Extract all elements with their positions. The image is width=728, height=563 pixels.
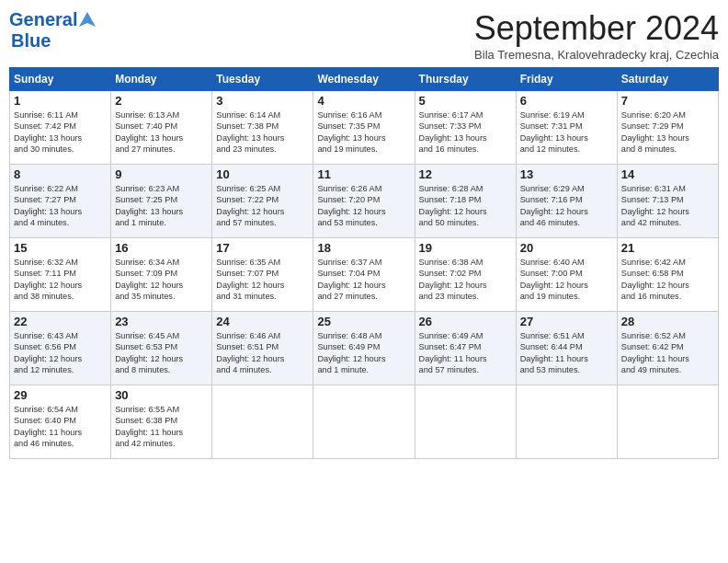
cell-info: Sunrise: 6:46 AMSunset: 6:51 PMDaylight:… (216, 330, 309, 376)
cell-info: Sunrise: 6:26 AMSunset: 7:20 PMDaylight:… (317, 183, 410, 229)
title-block: September 2024 Bila Tremesna, Kralovehra… (474, 9, 719, 62)
day-number: 27 (520, 315, 613, 328)
calendar-cell: 25Sunrise: 6:48 AMSunset: 6:49 PMDayligh… (313, 312, 415, 385)
day-number: 7 (621, 94, 714, 108)
calendar-cell: 12Sunrise: 6:28 AMSunset: 7:18 PMDayligh… (415, 165, 516, 238)
day-number: 30 (115, 388, 208, 402)
calendar-week-3: 15Sunrise: 6:32 AMSunset: 7:11 PMDayligh… (10, 238, 719, 312)
logo-general: General (9, 9, 77, 30)
calendar-cell: 13Sunrise: 6:29 AMSunset: 7:16 PMDayligh… (516, 165, 617, 238)
day-number: 3 (216, 94, 309, 108)
logo-blue: Blue (11, 30, 51, 51)
cell-info: Sunrise: 6:22 AMSunset: 7:27 PMDaylight:… (14, 183, 107, 229)
calendar-week-1: 1Sunrise: 6:11 AMSunset: 7:42 PMDaylight… (10, 91, 719, 165)
calendar-cell (617, 385, 718, 459)
cell-info: Sunrise: 6:32 AMSunset: 7:11 PMDaylight:… (14, 257, 107, 303)
day-number: 5 (419, 94, 512, 108)
page-header: General Blue September 2024 Bila Tremesn… (9, 9, 719, 62)
weekday-header-tuesday: Tuesday (212, 68, 313, 91)
day-number: 2 (115, 94, 208, 108)
day-number: 19 (419, 241, 512, 255)
calendar-cell: 19Sunrise: 6:38 AMSunset: 7:02 PMDayligh… (415, 238, 516, 312)
calendar-cell: 14Sunrise: 6:31 AMSunset: 7:13 PMDayligh… (617, 165, 718, 238)
calendar-header: SundayMondayTuesdayWednesdayThursdayFrid… (10, 68, 719, 91)
cell-info: Sunrise: 6:17 AMSunset: 7:33 PMDaylight:… (419, 109, 512, 155)
calendar-cell (516, 385, 617, 459)
calendar-table: SundayMondayTuesdayWednesdayThursdayFrid… (9, 67, 719, 459)
cell-info: Sunrise: 6:16 AMSunset: 7:35 PMDaylight:… (317, 109, 410, 155)
cell-info: Sunrise: 6:19 AMSunset: 7:31 PMDaylight:… (520, 109, 613, 155)
day-number: 4 (317, 94, 410, 108)
cell-info: Sunrise: 6:23 AMSunset: 7:25 PMDaylight:… (115, 183, 208, 229)
cell-info: Sunrise: 6:14 AMSunset: 7:38 PMDaylight:… (216, 109, 309, 155)
cell-info: Sunrise: 6:11 AMSunset: 7:42 PMDaylight:… (14, 109, 107, 155)
calendar-cell: 18Sunrise: 6:37 AMSunset: 7:04 PMDayligh… (313, 238, 415, 312)
calendar-cell: 29Sunrise: 6:54 AMSunset: 6:40 PMDayligh… (10, 385, 111, 459)
cell-info: Sunrise: 6:35 AMSunset: 7:07 PMDaylight:… (216, 257, 309, 303)
day-number: 16 (115, 241, 208, 255)
calendar-cell: 22Sunrise: 6:43 AMSunset: 6:56 PMDayligh… (10, 312, 111, 385)
day-number: 21 (621, 241, 714, 255)
day-number: 15 (14, 241, 107, 255)
day-number: 6 (520, 94, 613, 108)
weekday-header-wednesday: Wednesday (313, 68, 415, 91)
cell-info: Sunrise: 6:34 AMSunset: 7:09 PMDaylight:… (115, 257, 208, 303)
weekday-header-saturday: Saturday (617, 68, 718, 91)
calendar-cell: 11Sunrise: 6:26 AMSunset: 7:20 PMDayligh… (313, 165, 415, 238)
day-number: 9 (115, 167, 208, 181)
calendar-cell: 21Sunrise: 6:42 AMSunset: 6:58 PMDayligh… (617, 238, 718, 312)
day-number: 12 (419, 167, 512, 181)
calendar-cell: 6Sunrise: 6:19 AMSunset: 7:31 PMDaylight… (516, 91, 617, 165)
calendar-cell (415, 385, 516, 459)
day-number: 8 (14, 167, 107, 181)
cell-info: Sunrise: 6:25 AMSunset: 7:22 PMDaylight:… (216, 183, 309, 229)
calendar-cell: 26Sunrise: 6:49 AMSunset: 6:47 PMDayligh… (415, 312, 516, 385)
calendar-cell: 20Sunrise: 6:40 AMSunset: 7:00 PMDayligh… (516, 238, 617, 312)
cell-info: Sunrise: 6:52 AMSunset: 6:42 PMDaylight:… (621, 330, 714, 376)
cell-info: Sunrise: 6:54 AMSunset: 6:40 PMDaylight:… (14, 404, 107, 450)
cell-info: Sunrise: 6:13 AMSunset: 7:40 PMDaylight:… (115, 109, 208, 155)
calendar-cell: 16Sunrise: 6:34 AMSunset: 7:09 PMDayligh… (111, 238, 212, 312)
logo: General Blue (9, 9, 97, 52)
cell-info: Sunrise: 6:42 AMSunset: 6:58 PMDaylight:… (621, 257, 714, 303)
day-number: 25 (317, 315, 410, 328)
location-subtitle: Bila Tremesna, Kralovehradecky kraj, Cze… (474, 48, 719, 62)
calendar-cell: 3Sunrise: 6:14 AMSunset: 7:38 PMDaylight… (212, 91, 313, 165)
cell-info: Sunrise: 6:55 AMSunset: 6:38 PMDaylight:… (115, 404, 208, 450)
day-number: 13 (520, 167, 613, 181)
calendar-cell: 27Sunrise: 6:51 AMSunset: 6:44 PMDayligh… (516, 312, 617, 385)
calendar-cell: 1Sunrise: 6:11 AMSunset: 7:42 PMDaylight… (10, 91, 111, 165)
cell-info: Sunrise: 6:28 AMSunset: 7:18 PMDaylight:… (419, 183, 512, 229)
cell-info: Sunrise: 6:38 AMSunset: 7:02 PMDaylight:… (419, 257, 512, 303)
cell-info: Sunrise: 6:40 AMSunset: 7:00 PMDaylight:… (520, 257, 613, 303)
calendar-week-4: 22Sunrise: 6:43 AMSunset: 6:56 PMDayligh… (10, 312, 719, 385)
day-number: 18 (317, 241, 410, 255)
calendar-cell (313, 385, 415, 459)
calendar-cell: 7Sunrise: 6:20 AMSunset: 7:29 PMDaylight… (617, 91, 718, 165)
calendar-cell: 2Sunrise: 6:13 AMSunset: 7:40 PMDaylight… (111, 91, 212, 165)
day-number: 22 (14, 315, 107, 328)
cell-info: Sunrise: 6:31 AMSunset: 7:13 PMDaylight:… (621, 183, 714, 229)
cell-info: Sunrise: 6:20 AMSunset: 7:29 PMDaylight:… (621, 109, 714, 155)
month-title: September 2024 (474, 9, 719, 48)
calendar-cell: 30Sunrise: 6:55 AMSunset: 6:38 PMDayligh… (111, 385, 212, 459)
calendar-cell: 23Sunrise: 6:45 AMSunset: 6:53 PMDayligh… (111, 312, 212, 385)
calendar-cell (212, 385, 313, 459)
calendar-cell: 10Sunrise: 6:25 AMSunset: 7:22 PMDayligh… (212, 165, 313, 238)
day-number: 23 (115, 315, 208, 328)
day-number: 17 (216, 241, 309, 255)
calendar-cell: 5Sunrise: 6:17 AMSunset: 7:33 PMDaylight… (415, 91, 516, 165)
weekday-header-friday: Friday (516, 68, 617, 91)
svg-marker-0 (79, 12, 96, 27)
logo-icon (77, 10, 97, 30)
day-number: 11 (317, 167, 410, 181)
cell-info: Sunrise: 6:45 AMSunset: 6:53 PMDaylight:… (115, 330, 208, 376)
day-number: 1 (14, 94, 107, 108)
day-number: 24 (216, 315, 309, 328)
day-number: 26 (419, 315, 512, 328)
calendar-cell: 8Sunrise: 6:22 AMSunset: 7:27 PMDaylight… (10, 165, 111, 238)
day-number: 14 (621, 167, 714, 181)
weekday-header-monday: Monday (111, 68, 212, 91)
calendar-cell: 17Sunrise: 6:35 AMSunset: 7:07 PMDayligh… (212, 238, 313, 312)
day-number: 20 (520, 241, 613, 255)
